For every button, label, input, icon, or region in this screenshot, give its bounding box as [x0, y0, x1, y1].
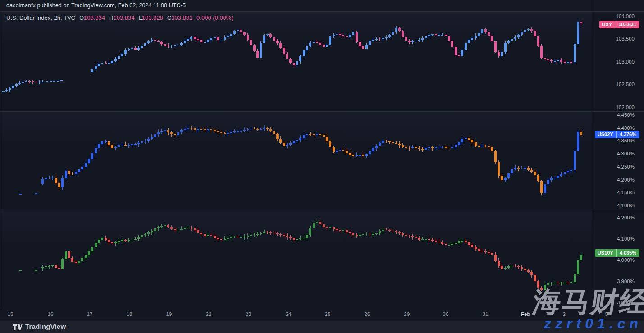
badge-value: 4.035%: [617, 249, 639, 257]
time-axis-label: 26: [365, 311, 370, 317]
badge-symbol: DXY: [599, 21, 616, 28]
badge-symbol: US02Y: [595, 131, 617, 138]
price-tick-label: 103.000: [593, 59, 635, 64]
legend-ohlc-item: L103.828: [138, 14, 163, 21]
legend-title: U.S. Dollar Index, 2h, TVC: [6, 14, 75, 21]
candlestick-panes[interactable]: [0, 12, 592, 310]
price-tick-label: 4.100%: [593, 236, 635, 242]
time-axis-label: 15: [8, 311, 14, 317]
publish-header-text: dacolmanfx published on TradingView.com,…: [6, 2, 186, 9]
tradingview-brand-text[interactable]: TradingView: [25, 323, 66, 330]
price-tick-label: 4.400%: [593, 125, 635, 131]
time-axis-label: 16: [48, 311, 54, 317]
legend-change: 0.000 (0.00%): [196, 14, 233, 21]
badge-value: 4.376%: [617, 131, 639, 138]
time-axis-label: 30: [443, 311, 449, 317]
price-tick-label: 4.200%: [593, 215, 635, 220]
price-tick-label: 4.300%: [593, 151, 635, 156]
price-tick-label: 4.450%: [593, 112, 635, 118]
time-axis-label: 23: [246, 311, 251, 317]
tradingview-logo-icon[interactable]: [13, 324, 23, 331]
time-axis-label: 2: [563, 311, 566, 317]
publish-header-bar: dacolmanfx published on TradingView.com,…: [0, 0, 644, 11]
price-tick-label: 3.800%: [593, 300, 635, 305]
time-axis[interactable]: 15161718192223242526293031Feb25: [0, 309, 644, 320]
pane-divider-2[interactable]: [0, 210, 644, 210]
chart-area[interactable]: U.S. Dollar Index, 2h, TVCO103.834H103.8…: [0, 11, 644, 309]
time-axis-label: 24: [286, 311, 292, 317]
time-axis-label: 18: [127, 311, 132, 317]
time-axis-label: 31: [483, 311, 489, 317]
time-axis-label: 5: [605, 311, 608, 317]
price-tick-label: 104.000: [593, 14, 635, 19]
footer-bar: TradingView: [0, 321, 644, 333]
symbol-legend[interactable]: U.S. Dollar Index, 2h, TVCO103.834H103.8…: [6, 14, 233, 21]
price-tick-label: 4.350%: [593, 138, 635, 143]
legend-ohlc-item: H103.834: [109, 14, 134, 21]
price-badge-dxy[interactable]: DXY103.831: [599, 21, 639, 28]
price-axis-separator: [592, 0, 592, 309]
price-tick-label: 103.500: [593, 36, 635, 41]
time-axis-label: 19: [166, 311, 172, 317]
price-tick-label: 4.250%: [593, 164, 635, 169]
time-axis-label: 22: [206, 311, 212, 317]
chart-left-border: [1, 12, 1, 310]
price-tick-label: 4.100%: [593, 203, 635, 208]
price-tick-label: 4.150%: [593, 190, 635, 195]
price-tick-label: 4.000%: [593, 257, 635, 263]
tradingview-published-chart: { "header": { "text": "dacolmanfx publis…: [0, 0, 644, 333]
price-badge-us10y[interactable]: US10Y4.035%: [595, 249, 639, 257]
badge-symbol: US10Y: [595, 249, 617, 257]
time-axis-label: 25: [325, 311, 331, 317]
price-badge-us02y[interactable]: US02Y4.376%: [595, 131, 639, 138]
time-axis-label: 29: [404, 311, 410, 317]
legend-ohlc-item: C103.831: [167, 14, 192, 21]
time-axis-label: Feb: [521, 311, 530, 317]
price-tick-label: 3.900%: [593, 278, 635, 284]
legend-ohlc-item: O103.834: [79, 14, 105, 21]
price-tick-label: 4.200%: [593, 177, 635, 182]
price-tick-label: 102.500: [593, 82, 635, 87]
price-tick-label: 102.000: [593, 105, 635, 110]
time-axis-label: 17: [87, 311, 93, 317]
badge-value: 103.831: [615, 21, 639, 28]
pane-divider-1[interactable]: [0, 111, 644, 112]
